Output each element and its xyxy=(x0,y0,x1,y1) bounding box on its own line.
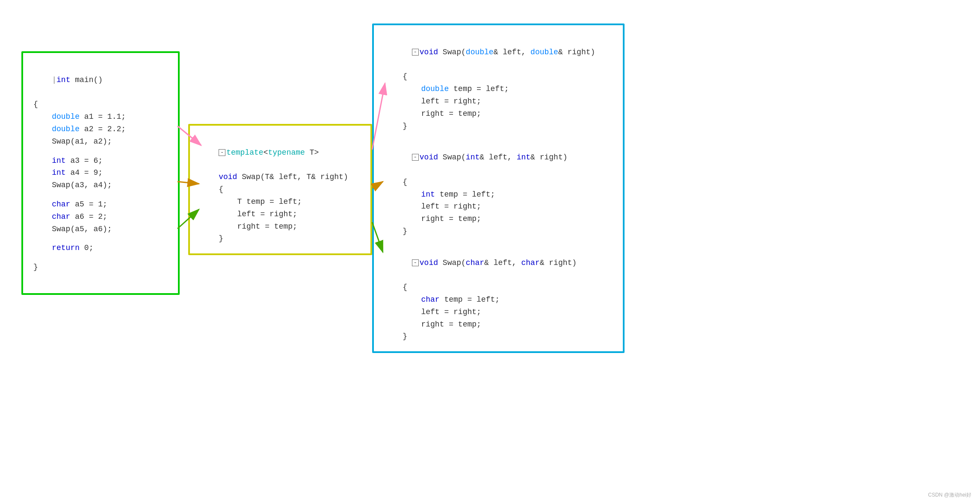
green-line-13: Swap(a5, a6); xyxy=(33,223,168,235)
collapse-icon-int: - xyxy=(412,154,419,161)
yellow-line-7: } xyxy=(200,232,360,245)
blue-double-header: -void Swap(double& left, double& right) xyxy=(384,34,613,71)
green-line-5: Swap(a1, a2); xyxy=(33,135,168,148)
collapse-icon-double: - xyxy=(412,49,419,56)
green-line-4: double a2 = 2.2; xyxy=(33,123,168,135)
green-line-2: { xyxy=(33,98,168,111)
blue-section-double: -void Swap(double& left, double& right) … xyxy=(384,34,613,132)
yellow-line-1: -template<typename T> xyxy=(200,134,360,171)
blue-int-l3: right = temp; xyxy=(384,213,613,225)
yellow-line-3: { xyxy=(200,183,360,196)
green-line-3: double a1 = 1.1; xyxy=(33,111,168,123)
blue-section-int: -void Swap(int& left, int& right) { int … xyxy=(384,139,613,237)
green-line-12: char a6 = 2; xyxy=(33,211,168,223)
green-box: |int main() { double a1 = 1.1; double a2… xyxy=(21,51,180,295)
blue-int-header: -void Swap(int& left, int& right) xyxy=(384,139,613,176)
blue-double-l2: left = right; xyxy=(384,95,613,108)
blue-int-l2: left = right; xyxy=(384,200,613,213)
yellow-line-6: right = temp; xyxy=(200,221,360,233)
blue-char-close: } xyxy=(384,330,613,343)
blue-int-open: { xyxy=(384,176,613,188)
collapse-icon: - xyxy=(219,149,225,156)
yellow-line-5: left = right; xyxy=(200,208,360,221)
watermark: CSDN @激动hei好 xyxy=(928,491,971,499)
collapse-icon-char: - xyxy=(412,259,419,266)
blue-char-l3: right = temp; xyxy=(384,318,613,331)
green-line-7: int a3 = 6; xyxy=(33,155,168,167)
blue-double-l3: right = temp; xyxy=(384,108,613,120)
blue-section-char: -void Swap(char& left, char& right) { ch… xyxy=(384,244,613,343)
blue-char-l1: char temp = left; xyxy=(384,294,613,306)
blue-double-l1: double temp = left; xyxy=(384,83,613,95)
blue-double-open: { xyxy=(384,71,613,83)
blue-double-close: } xyxy=(384,120,613,132)
blue-char-l2: left = right; xyxy=(384,306,613,318)
blue-box: -void Swap(double& left, double& right) … xyxy=(372,24,625,353)
blue-int-close: } xyxy=(384,225,613,238)
yellow-line-2: void Swap(T& left, T& right) xyxy=(200,171,360,183)
green-line-16: } xyxy=(33,261,168,274)
green-line-15: return 0; xyxy=(33,242,168,254)
yellow-box: -template<typename T> void Swap(T& left,… xyxy=(188,124,372,255)
green-line-9: Swap(a3, a4); xyxy=(33,179,168,191)
blue-char-header: -void Swap(char& left, char& right) xyxy=(384,244,613,281)
yellow-line-4: T temp = left; xyxy=(200,196,360,208)
blue-int-l1: int temp = left; xyxy=(384,188,613,201)
green-line-1: |int main() xyxy=(33,62,168,98)
green-line-11: char a5 = 1; xyxy=(33,198,168,211)
blue-char-open: { xyxy=(384,281,613,294)
green-line-8: int a4 = 9; xyxy=(33,167,168,179)
